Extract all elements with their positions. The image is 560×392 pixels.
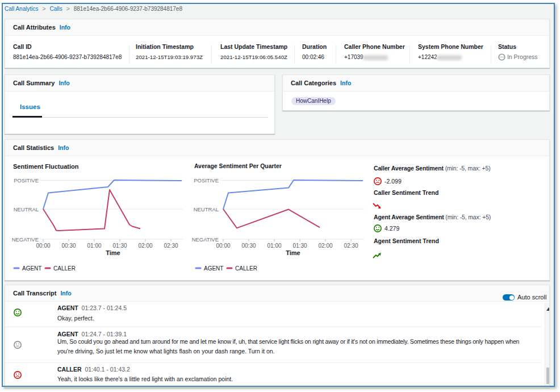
svg-text:NEGATIVE: NEGATIVE	[192, 236, 219, 243]
svg-text:Time: Time	[286, 249, 300, 256]
svg-text:CALLER: CALLER	[235, 265, 257, 272]
svg-text:01:00: 01:00	[87, 243, 101, 249]
svg-text:02:00: 02:00	[318, 243, 332, 249]
svg-text:POSITIVE: POSITIVE	[14, 177, 39, 184]
svg-text:01:30: 01:30	[112, 243, 127, 249]
svg-text:NEUTRAL: NEUTRAL	[14, 206, 39, 212]
svg-text:00:30: 00:30	[241, 243, 256, 249]
svg-text:00:00: 00:00	[36, 243, 50, 249]
svg-text:AGENT: AGENT	[22, 265, 41, 272]
svg-text:02:30: 02:30	[344, 243, 358, 249]
svg-text:00:30: 00:30	[61, 243, 76, 249]
svg-text:Time: Time	[106, 249, 120, 256]
svg-text:NEUTRAL: NEUTRAL	[194, 206, 219, 212]
svg-text:02:00: 02:00	[138, 243, 152, 249]
svg-text:02:30: 02:30	[164, 243, 178, 249]
svg-text:AGENT: AGENT	[204, 265, 223, 272]
svg-text:01:00: 01:00	[267, 243, 281, 249]
svg-text:00:00: 00:00	[216, 243, 230, 249]
svg-text:POSITIVE: POSITIVE	[194, 177, 219, 184]
svg-text:NEGATIVE: NEGATIVE	[12, 236, 39, 243]
svg-text:01:30: 01:30	[292, 243, 307, 249]
svg-text:CALLER: CALLER	[53, 265, 76, 272]
